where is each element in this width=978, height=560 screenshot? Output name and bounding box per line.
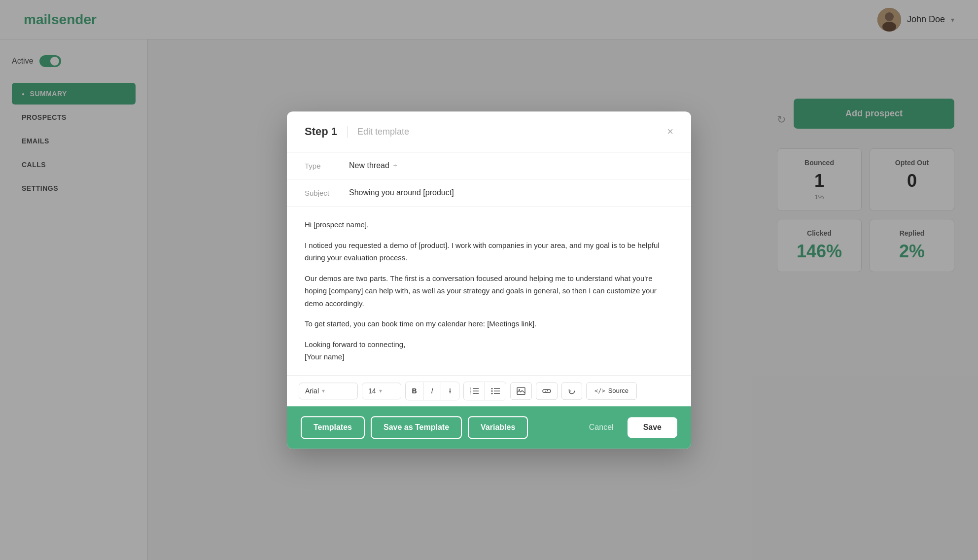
email-line-2: I noticed you requested a demo of [produ… [305, 239, 673, 264]
email-line-1: Hi [prospect name], [305, 218, 673, 231]
font-name: Arial [305, 387, 319, 395]
type-value[interactable]: New thread ÷ [349, 161, 397, 170]
modal-footer: Templates Save as Template Variables Can… [287, 406, 691, 449]
save-as-template-button[interactable]: Save as Template [371, 416, 462, 439]
strikethrough-button[interactable]: I [441, 382, 459, 400]
ordered-list-button[interactable]: 1 2 3 [464, 382, 485, 400]
font-size-selector[interactable]: 14 ▾ [362, 383, 401, 399]
email-line-5-6: Looking forward to connecting, [Your nam… [305, 338, 673, 363]
modal-step-label: Step 1 [305, 125, 337, 138]
subject-value[interactable]: Showing you around [product] [349, 188, 454, 197]
image-button[interactable] [510, 382, 532, 400]
source-icon: </> [594, 387, 605, 394]
type-label: Type [305, 162, 349, 170]
type-dropdown-icon[interactable]: ÷ [393, 162, 397, 170]
svg-point-13 [491, 390, 493, 391]
subject-field-row: Subject Showing you around [product] [287, 179, 691, 207]
source-label: Source [608, 387, 629, 394]
email-line-6: [Your name] [305, 352, 344, 361]
bold-button[interactable]: B [406, 382, 423, 400]
edit-template-modal: Step 1 Edit template × Type New thread ÷… [287, 111, 691, 449]
source-button[interactable]: </> Source [586, 382, 637, 400]
email-line-5: Looking forward to connecting, [305, 340, 405, 349]
link-button[interactable] [536, 382, 558, 400]
email-line-4: To get started, you can book time on my … [305, 317, 673, 330]
email-body[interactable]: Hi [prospect name], I noticed you reques… [287, 207, 691, 375]
unordered-list-button[interactable] [485, 382, 506, 400]
modal-subtitle: Edit template [357, 127, 409, 137]
modal-close-button[interactable]: × [667, 126, 673, 137]
text-format-group: B I I [405, 382, 459, 400]
modal-header-divider [347, 126, 348, 138]
subject-label: Subject [305, 189, 349, 197]
modal-header: Step 1 Edit template × [287, 111, 691, 152]
modal-body: Type New thread ÷ Subject Showing you ar… [287, 152, 691, 406]
svg-text:3: 3 [470, 392, 471, 394]
cancel-button[interactable]: Cancel [581, 417, 622, 438]
font-size: 14 [368, 387, 376, 395]
font-dropdown-arrow: ▾ [322, 387, 325, 394]
variables-button[interactable]: Variables [468, 416, 528, 439]
type-value-text: New thread [349, 161, 389, 170]
italic-button[interactable]: I [423, 382, 441, 400]
subject-value-text: Showing you around [product] [349, 188, 454, 197]
list-format-group: 1 2 3 [463, 382, 506, 400]
refresh-toolbar-button[interactable] [561, 382, 582, 400]
editor-toolbar: Arial ▾ 14 ▾ B I I 1 2 [287, 375, 691, 406]
templates-button[interactable]: Templates [301, 416, 365, 439]
svg-point-12 [491, 387, 493, 389]
type-field-row: Type New thread ÷ [287, 152, 691, 179]
email-line-3: Our demos are two parts. The first is a … [305, 272, 673, 310]
save-button[interactable]: Save [628, 417, 677, 438]
font-selector[interactable]: Arial ▾ [299, 383, 358, 399]
size-dropdown-arrow: ▾ [379, 387, 382, 394]
svg-point-14 [491, 392, 493, 394]
